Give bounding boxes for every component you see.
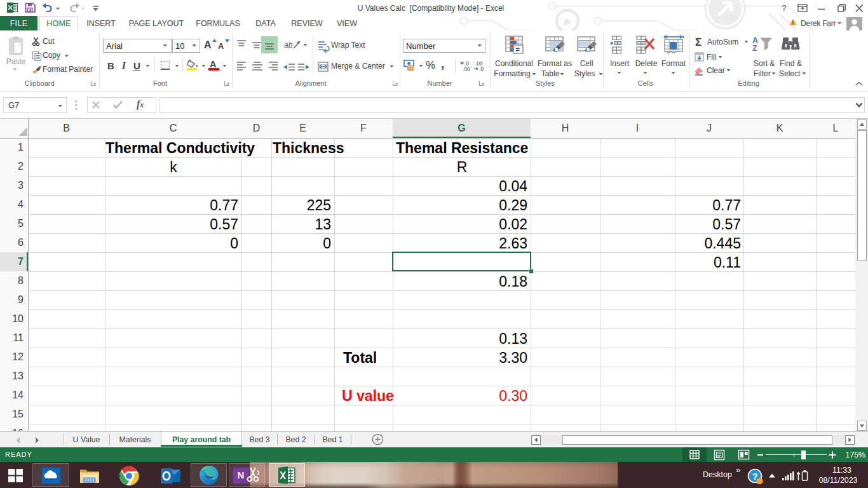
svg-text:ab: ab	[284, 41, 293, 50]
svg-text:.00: .00	[463, 66, 470, 72]
svg-text:≠: ≠	[516, 45, 520, 54]
svg-text:Z: Z	[752, 44, 757, 53]
svg-text:.0: .0	[479, 66, 484, 72]
